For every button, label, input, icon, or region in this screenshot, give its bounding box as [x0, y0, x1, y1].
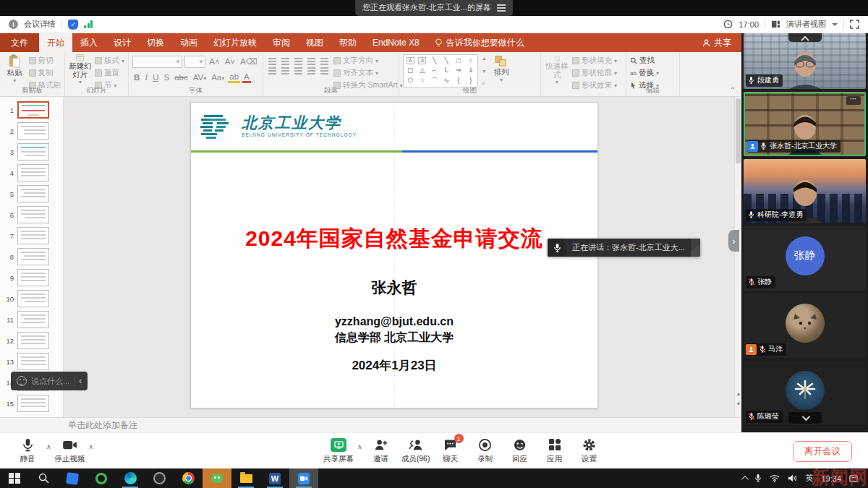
highlight-color-button[interactable]: ab: [228, 72, 240, 83]
tab-slideshow[interactable]: 幻灯片放映: [205, 33, 265, 52]
decrease-indent-icon[interactable]: [294, 58, 302, 59]
meeting-details-button[interactable]: 会议详情: [24, 19, 56, 30]
italic-button[interactable]: I: [143, 73, 149, 82]
start-button[interactable]: [0, 468, 29, 488]
participant-tile-active-speaker[interactable]: ⋯ 张永哲-北京工业大学: [744, 92, 866, 156]
layout-button[interactable]: 版式▾: [95, 56, 124, 66]
curve-shape-icon[interactable]: ∿: [444, 77, 450, 84]
brace-right-shape-icon[interactable]: }: [469, 77, 472, 84]
screen-share-banner[interactable]: 您正在观看张永哲-北京工业...的屏幕: [355, 0, 513, 16]
taskbar-app-blue[interactable]: [58, 468, 87, 488]
strikethrough-button[interactable]: abc: [173, 73, 190, 82]
share-button[interactable]: 共享: [692, 33, 741, 52]
textbox-shape-icon[interactable]: A: [407, 57, 414, 64]
slide-thumbnail-13[interactable]: 13: [4, 353, 63, 370]
members-button[interactable]: 成员(96): [400, 437, 432, 464]
tab-view[interactable]: 视图: [298, 33, 331, 52]
mute-options-chevron[interactable]: ∧: [46, 443, 51, 450]
arrange-button[interactable]: 排列 ▾: [490, 54, 512, 86]
paste-button[interactable]: 粘贴 ▾: [4, 54, 26, 86]
copy-button[interactable]: 复制: [29, 68, 61, 78]
new-slide-button[interactable]: 新建幻灯片 ▾: [69, 54, 92, 86]
security-shield-icon[interactable]: ✓: [68, 20, 78, 30]
banner-menu-icon[interactable]: [497, 7, 506, 9]
stop-video-button[interactable]: 停止视频: [54, 437, 86, 464]
mute-button[interactable]: 静音: [12, 437, 43, 464]
slide-thumbnail-6[interactable]: 6: [4, 206, 63, 223]
rect-shape-icon[interactable]: □: [456, 57, 460, 64]
participant-tile[interactable]: 段建勇: [744, 33, 866, 89]
elbow-shape-icon[interactable]: ᒪ: [445, 67, 448, 74]
down-arrow-shape-icon[interactable]: ⇓: [468, 67, 474, 74]
grow-font-button[interactable]: A˄: [208, 57, 221, 66]
tab-animations[interactable]: 动画: [172, 33, 205, 52]
leave-meeting-button[interactable]: 离开会议: [793, 441, 852, 462]
tell-me-box[interactable]: 告诉我你想要做什么: [427, 33, 532, 52]
replace-button[interactable]: ab 替换▾: [630, 68, 659, 78]
pentagon-shape-icon[interactable]: ⬠: [407, 77, 413, 84]
slide-thumbnail-8[interactable]: 8: [4, 248, 63, 265]
bold-button[interactable]: B: [132, 73, 141, 82]
toast-drag-grip[interactable]: [691, 239, 700, 257]
expand-panel-arrow[interactable]: ›: [728, 230, 739, 252]
tray-wifi-icon[interactable]: [770, 474, 780, 482]
char-spacing-button[interactable]: AV▾: [192, 73, 208, 82]
taskbar-edge[interactable]: [116, 468, 145, 488]
apps-button[interactable]: 应用: [539, 437, 571, 464]
slide-thumbnail-7[interactable]: 7: [4, 227, 63, 244]
collapse-videos-button[interactable]: [788, 33, 822, 42]
font-size-combo[interactable]: ▾: [184, 56, 205, 68]
participant-tile[interactable]: 马洋: [744, 294, 866, 358]
slide-thumbnail-11[interactable]: 11: [4, 311, 63, 328]
tab-endnote[interactable]: EndNote X8: [365, 33, 427, 52]
justify-icon[interactable]: [307, 67, 315, 69]
textbox-vertical-shape-icon[interactable]: A: [418, 57, 426, 64]
slide-thumbnail-5[interactable]: 5: [4, 185, 63, 202]
more-options-icon[interactable]: ⋯: [846, 96, 861, 105]
share-options-chevron[interactable]: ∧: [357, 443, 362, 450]
scrollbar-thumb[interactable]: [736, 98, 741, 163]
align-text-button[interactable]: 对齐文本▾: [333, 68, 403, 78]
reset-button[interactable]: 重置: [95, 68, 124, 78]
font-color-button[interactable]: A: [242, 72, 251, 83]
taskbar-meeting-active[interactable]: [289, 468, 318, 488]
shape-fill-button[interactable]: 形状填充▾: [572, 56, 617, 66]
slide-thumbnail-15[interactable]: 15: [4, 395, 63, 412]
collapse-chat-icon[interactable]: ‹: [79, 376, 82, 386]
align-center-icon[interactable]: [281, 67, 289, 69]
oval-shape-icon[interactable]: ○: [469, 57, 472, 64]
participant-tile[interactable]: 陈璐莹: [744, 361, 866, 425]
shape-effects-button[interactable]: 形状效果▾: [572, 80, 617, 90]
font-name-combo[interactable]: ▾: [132, 56, 182, 68]
video-options-chevron[interactable]: ∧: [89, 443, 94, 450]
slide-thumbnail-4[interactable]: 4: [4, 164, 63, 181]
taskbar-app-browser[interactable]: [145, 468, 174, 488]
shapes-gallery-scroll[interactable]: ▲▼≡: [481, 54, 488, 87]
share-screen-button[interactable]: 共享屏幕: [323, 437, 354, 464]
record-button[interactable]: 录制: [469, 437, 501, 464]
slide-thumbnail-2[interactable]: 2: [4, 122, 63, 140]
chat-input-placeholder[interactable]: 说点什么...: [31, 376, 69, 387]
tray-mic-icon[interactable]: [754, 474, 762, 483]
line-spacing-icon[interactable]: [320, 58, 328, 59]
arrow-line-shape-icon[interactable]: ╲: [445, 57, 448, 64]
taskbar-word[interactable]: W: [260, 468, 289, 488]
taskbar-chrome[interactable]: [174, 468, 203, 488]
line-shape-icon[interactable]: ╲: [433, 57, 436, 64]
chevron-down-icon[interactable]: [832, 23, 838, 26]
speaking-toast[interactable]: 正在讲话：张永哲-北京工业大...: [548, 239, 700, 257]
slide-thumbnail-panel[interactable]: 1 2 3 4 5 6 7 8 9 10 11 12 13 14 15: [0, 97, 64, 417]
fullscreen-icon[interactable]: [850, 20, 859, 29]
reactions-button[interactable]: 回应: [504, 437, 536, 464]
change-case-button[interactable]: Aa▾: [210, 73, 226, 82]
tray-expand-icon[interactable]: [741, 476, 749, 483]
tab-file[interactable]: 文件: [0, 33, 39, 52]
tray-volume-icon[interactable]: [788, 474, 797, 482]
bullets-icon[interactable]: [268, 58, 276, 59]
text-shadow-button[interactable]: S: [162, 73, 171, 82]
quick-styles-button[interactable]: 快速样式 ▾: [545, 54, 569, 86]
numbering-icon[interactable]: [281, 58, 289, 59]
find-button[interactable]: 查找: [630, 56, 659, 66]
taskbar-explorer[interactable]: [231, 468, 260, 488]
slide-canvas[interactable]: 北京工业大学 BEIJING UNIVERSITY OF TECHNOLOGY …: [64, 97, 741, 417]
